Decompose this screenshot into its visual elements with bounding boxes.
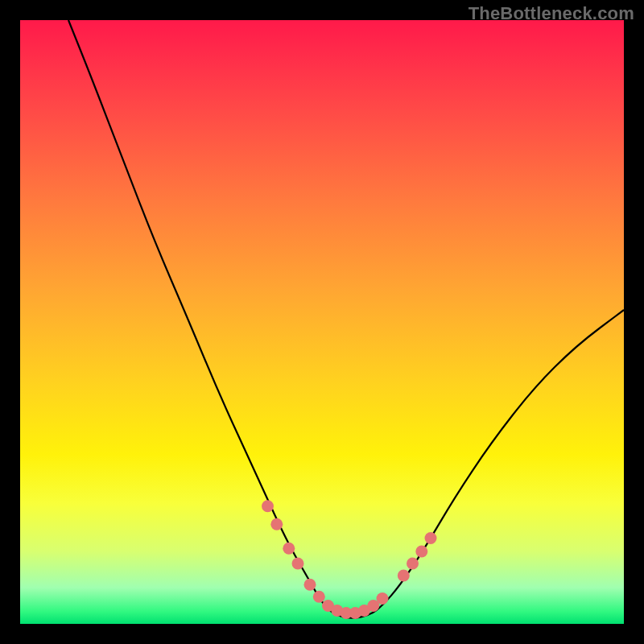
chart-svg xyxy=(20,20,624,624)
watermark-text: TheBottleneck.com xyxy=(469,3,634,24)
data-dot xyxy=(304,579,316,591)
data-dot xyxy=(407,558,419,570)
data-dot xyxy=(377,592,389,605)
data-dot xyxy=(415,546,427,558)
data-dot xyxy=(283,543,295,555)
data-dot xyxy=(398,570,410,582)
outer-frame: TheBottleneck.com xyxy=(0,0,644,644)
bottleneck-curve xyxy=(68,20,624,618)
data-dot xyxy=(313,591,325,603)
data-dot xyxy=(292,558,304,570)
data-dot xyxy=(270,518,283,530)
data-dots xyxy=(262,500,437,619)
data-dot xyxy=(262,500,274,512)
data-dot xyxy=(425,532,437,544)
